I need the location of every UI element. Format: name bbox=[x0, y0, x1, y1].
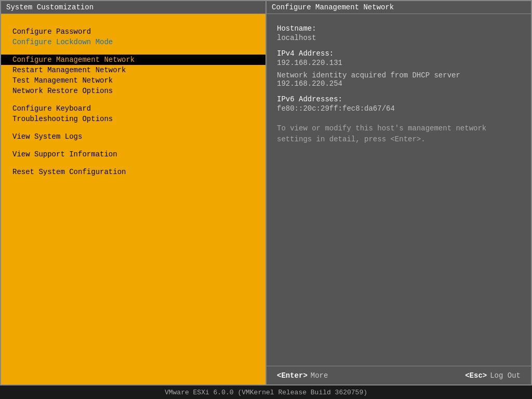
dhcp-text: Network identity acquired from DHCP serv… bbox=[277, 71, 521, 88]
ipv6-label: IPv6 Addresses: bbox=[277, 95, 521, 103]
right-panel-title: Configure Management Network bbox=[272, 3, 394, 11]
footer-bar: VMware ESXi 6.0.0 (VMKernel Release Buil… bbox=[0, 385, 532, 399]
right-panel: Configure Management Network Hostname: l… bbox=[266, 0, 532, 385]
right-content: Hostname: localhost IPv4 Address: 192.16… bbox=[267, 14, 531, 366]
left-menu: Configure Password Configure Lockdown Mo… bbox=[1, 14, 265, 384]
ipv6-value: fe80::20c:29ff:fec8:da67/64 bbox=[277, 104, 521, 113]
menu-item-restart-management-network[interactable]: Restart Management Network bbox=[1, 65, 265, 75]
menu-item-configure-management-network[interactable]: Configure Management Network bbox=[1, 55, 265, 65]
hostname-value: localhost bbox=[277, 34, 521, 42]
hint-text: To view or modify this host's management… bbox=[277, 123, 521, 145]
left-panel-title: System Customization bbox=[6, 3, 94, 11]
esc-key[interactable]: <Esc> bbox=[465, 371, 487, 380]
action-bar: <Enter> More <Esc> Log Out bbox=[267, 366, 531, 384]
menu-item-configure-password[interactable]: Configure Password bbox=[1, 26, 265, 37]
menu-item-view-support-information[interactable]: View Support Information bbox=[1, 149, 265, 159]
menu-item-configure-lockdown[interactable]: Configure Lockdown Mode bbox=[1, 37, 265, 47]
hostname-label: Hostname: bbox=[277, 24, 521, 33]
app: System Customization Configure Password … bbox=[0, 0, 532, 399]
menu-item-configure-keyboard[interactable]: Configure Keyboard bbox=[1, 103, 265, 114]
main-area: System Customization Configure Password … bbox=[0, 0, 532, 385]
menu-item-test-management-network[interactable]: Test Management Network bbox=[1, 75, 265, 86]
esc-label: Log Out bbox=[490, 371, 521, 380]
enter-key[interactable]: <Enter> bbox=[277, 371, 308, 380]
enter-action: <Enter> More bbox=[277, 371, 328, 380]
menu-item-network-restore-options[interactable]: Network Restore Options bbox=[1, 86, 265, 96]
left-panel: System Customization Configure Password … bbox=[0, 0, 266, 385]
menu-item-troubleshooting-options[interactable]: Troubleshooting Options bbox=[1, 114, 265, 124]
left-panel-header: System Customization bbox=[1, 1, 265, 14]
right-panel-header: Configure Management Network bbox=[267, 1, 531, 14]
ipv4-label: IPv4 Address: bbox=[277, 49, 521, 58]
menu-item-reset-system-configuration[interactable]: Reset System Configuration bbox=[1, 167, 265, 177]
enter-label: More bbox=[311, 371, 328, 380]
footer-text: VMware ESXi 6.0.0 (VMKernel Release Buil… bbox=[165, 389, 367, 396]
ipv4-value: 192.168.220.131 bbox=[277, 59, 521, 67]
menu-item-view-system-logs[interactable]: View System Logs bbox=[1, 131, 265, 142]
esc-action: <Esc> Log Out bbox=[465, 371, 521, 380]
